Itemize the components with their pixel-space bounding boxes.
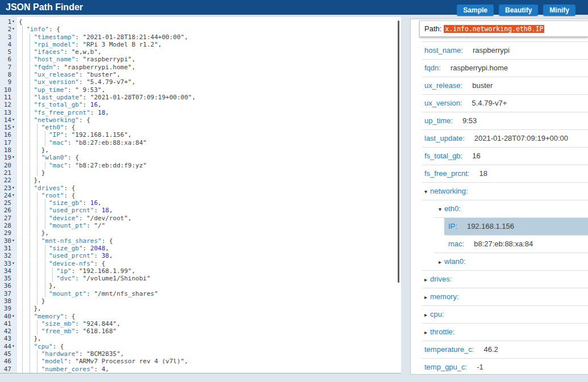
code-line[interactable]: "root": { <box>19 192 401 199</box>
code-line[interactable]: "size_gb": 16, <box>19 199 401 207</box>
code-line[interactable]: "mac": "b8:27:eb:88:xa:84" <box>19 139 401 146</box>
tree-row-cpu[interactable]: ▸cpu: <box>411 305 588 323</box>
beautify-button[interactable]: Beautify <box>499 5 538 16</box>
fold-arrow-icon[interactable]: ▾ <box>12 153 15 161</box>
tree-row-throttle[interactable]: ▸throttle: <box>411 323 588 341</box>
code-line[interactable]: "fqdn": "raspberrypi.home", <box>19 64 401 71</box>
expand-triangle-icon[interactable]: ▸ <box>424 294 427 300</box>
tree-row-fs_free_prcnt[interactable]: fs_free_prcnt:18 <box>411 165 588 182</box>
tree-row-fqdn[interactable]: fqdn:raspberrypi.home <box>411 59 588 77</box>
tree-row-memory[interactable]: ▸memory: <box>411 288 588 305</box>
tree-row-IP[interactable]: IP:192.168.1.156 <box>411 217 588 235</box>
code-line[interactable]: "size_mb": "924.844", <box>19 320 401 328</box>
fold-arrow-icon[interactable]: ▾ <box>12 191 15 199</box>
code-line[interactable]: "networking": { <box>19 116 401 124</box>
tree-row-mac[interactable]: mac:b8:27:eb:88:xa:84 <box>411 235 588 253</box>
code-line[interactable]: "wlan0": { <box>19 154 401 161</box>
code-line[interactable]: "mnt-nfs_shares": { <box>19 237 401 245</box>
code-line[interactable]: "last_update": "2021-01-28T07:09:19+00:0… <box>19 94 401 101</box>
collapse-triangle-icon[interactable]: ▾ <box>424 188 427 195</box>
code-line[interactable]: "size_gb": 2048, <box>19 245 401 252</box>
tree-row-ux_version[interactable]: ux_version:5.4.79-v7+ <box>411 94 588 112</box>
line-number: 12 <box>0 101 11 108</box>
code-line[interactable]: "ip": "192.168.1.99", <box>19 267 401 275</box>
expand-triangle-icon[interactable]: ▸ <box>424 276 427 283</box>
tree-row-networking[interactable]: ▾networking: <box>411 182 588 200</box>
tree-row-ux_release[interactable]: ux_release:buster <box>411 77 588 94</box>
code-line[interactable]: }, <box>19 282 401 289</box>
tree-value: 192.168.1.156 <box>467 222 514 230</box>
code-line[interactable]: "info": { <box>19 26 401 33</box>
fold-arrow-icon[interactable]: ▾ <box>12 116 15 123</box>
fold-arrow-icon[interactable]: ▾ <box>12 237 15 244</box>
code-line[interactable]: "model": "ARMv7 Processor rev 4 (v7l)", <box>19 358 401 365</box>
code-line[interactable]: "timestamp": "2021-01-28T18:21:44+00:00"… <box>19 33 401 41</box>
code-line[interactable]: { <box>19 18 401 26</box>
code-line[interactable]: }, <box>19 146 401 154</box>
tree-row-host_name[interactable]: host_name:raspberrypi <box>411 41 588 59</box>
json-code-area[interactable]: { "info": { "timestamp": "2021-01-28T18:… <box>17 17 401 373</box>
code-line[interactable]: } <box>19 297 401 305</box>
code-line[interactable]: "device-nfs": { <box>19 260 401 267</box>
code-line[interactable]: "mount_pt": "/" <box>19 222 401 229</box>
code-line[interactable]: "IP": "192.168.1.156", <box>19 131 401 138</box>
code-line[interactable]: "rpi_model": "RPi 3 Model B r1.2", <box>19 41 401 48</box>
sample-button[interactable]: Sample <box>457 5 494 16</box>
collapse-triangle-icon[interactable]: ▾ <box>439 206 441 212</box>
tree-row-eth0[interactable]: ▾eth0: <box>411 200 588 217</box>
tree-key: wlan0: <box>444 257 466 266</box>
expand-triangle-icon[interactable]: ▸ <box>424 312 427 318</box>
minify-button[interactable]: Minify <box>543 5 576 16</box>
line-number: 16 <box>0 131 11 138</box>
fold-arrow-icon[interactable]: ▾ <box>12 25 15 32</box>
fold-arrow-icon[interactable]: ▾ <box>12 312 15 320</box>
expand-triangle-icon[interactable]: ▸ <box>424 329 427 335</box>
row-divider <box>434 253 588 253</box>
code-line[interactable]: }, <box>19 335 401 342</box>
code-line[interactable]: "number_cores": 4, <box>19 366 401 373</box>
code-line[interactable]: "mount_pt": "/mnt/nfs_shares" <box>19 290 401 297</box>
code-line[interactable]: "used_prcnt": 38, <box>19 252 401 259</box>
code-line[interactable]: } <box>19 169 401 177</box>
line-number: 18 <box>0 146 11 154</box>
tree-row-fs_total_gb[interactable]: fs_total_gb:16 <box>411 147 588 165</box>
fold-arrow-icon[interactable]: ▾ <box>12 184 15 191</box>
code-line[interactable]: "fs_total_gb": 16, <box>19 101 401 108</box>
code-line[interactable]: "hardware": "BCM2835", <box>19 350 401 358</box>
code-line[interactable]: "drives": { <box>19 184 401 192</box>
code-line[interactable]: "eth0": { <box>19 124 401 131</box>
tree-row-temp_gpu_c[interactable]: temp_gpu_c:-1 <box>411 358 588 374</box>
path-value-selected: x.info.networking.eth0.IP <box>444 25 544 33</box>
code-line[interactable]: "ux_version": "5.4.79-v7+", <box>19 78 401 86</box>
tree-row-ifaces[interactable]: ifaces:e,w,b <box>411 37 588 41</box>
fold-arrow-icon[interactable]: ▾ <box>12 123 15 131</box>
tree-row-last_update[interactable]: last_update:2021-01-28T07:09:19+00:00 <box>411 129 588 147</box>
fold-arrow-icon[interactable]: ▾ <box>12 342 15 350</box>
tree-row-temperature_c[interactable]: temperature_c:46.2 <box>411 341 588 358</box>
tree-row-drives[interactable]: ▸drives: <box>411 270 588 288</box>
code-line[interactable]: "host_name": "raspberrypi", <box>19 56 401 63</box>
code-line[interactable]: "ifaces": "e,w,b", <box>19 48 401 56</box>
code-line[interactable]: }, <box>19 229 401 237</box>
code-line[interactable]: "dvc": "/volume1/Shinobi" <box>19 275 401 282</box>
tree-row-wlan0[interactable]: ▸wlan0: <box>411 253 588 270</box>
editor-scrollbar-thumb[interactable] <box>398 20 399 283</box>
fold-arrow-icon[interactable]: ▾ <box>12 18 15 25</box>
code-line[interactable]: "used_prcnt": 18, <box>19 207 401 214</box>
code-line[interactable]: "mac": "b8:27:eb:dd:f9:yz" <box>19 162 401 169</box>
code-line[interactable]: "fs_free_prcnt": 18, <box>19 109 401 116</box>
path-input[interactable]: x.info.networking.eth0.IP <box>444 25 588 33</box>
code-line[interactable]: }, <box>19 177 401 184</box>
tree-row-up_time[interactable]: up_time:9:53 <box>411 112 588 129</box>
code-line[interactable]: "device": "/dev/root", <box>19 215 401 222</box>
code-line[interactable]: "free_mb": "618.168" <box>19 328 401 335</box>
expand-triangle-icon[interactable]: ▸ <box>439 259 441 265</box>
tree-value: 46.2 <box>483 345 498 354</box>
code-line[interactable]: "up_time": " 9:53", <box>19 86 401 94</box>
code-line[interactable]: "ux_release": "buster", <box>19 71 401 78</box>
fold-arrow-icon[interactable]: ▾ <box>12 259 15 267</box>
code-line[interactable]: }, <box>19 305 401 312</box>
tree-key: IP: <box>448 222 457 230</box>
code-line[interactable]: "cpu": { <box>19 343 401 350</box>
code-line[interactable]: "memory": { <box>19 313 401 320</box>
